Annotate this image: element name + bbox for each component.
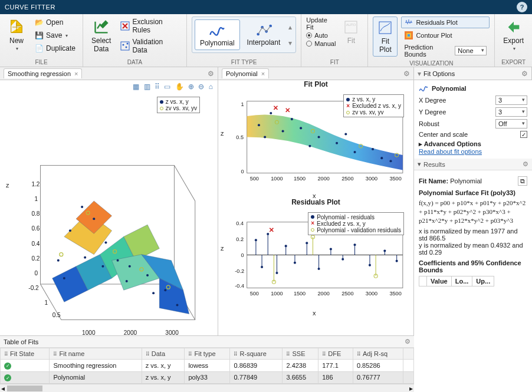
coef-table: ValueLo...Up... — [419, 276, 494, 286]
close-icon[interactable]: × — [74, 70, 78, 77]
robust-select[interactable]: Off — [495, 119, 527, 129]
table-row[interactable]: ✓ Smoothing regression z vs. x, y lowess… — [1, 360, 414, 372]
y-degree-select[interactable]: 3 — [495, 107, 527, 117]
legend-fit[interactable]: z vs. x, y ×Excluded z vs. x, y zv vs. x… — [343, 94, 404, 117]
svg-point-60 — [308, 145, 311, 147]
gear-icon[interactable]: ⚙ — [405, 338, 411, 345]
brush-icon[interactable]: ⠿ — [155, 83, 160, 91]
tab-smoothing[interactable]: Smoothing regression × — [4, 68, 82, 78]
svg-text:0: 0 — [241, 252, 244, 258]
group-label-fittype: FIT TYPE — [192, 58, 296, 67]
svg-point-56 — [372, 148, 374, 150]
save-button[interactable]: 💾 Save ▾ — [32, 29, 78, 41]
validation-icon — [120, 41, 130, 51]
validation-data-button[interactable]: Validation Data — [118, 37, 181, 55]
exclusion-rules-button[interactable]: Exclusion Rules — [118, 17, 181, 35]
contour-plot-button[interactable]: Contour Plot — [401, 29, 490, 41]
svg-text:3500: 3500 — [389, 290, 401, 296]
tab-polynomial[interactable]: Polynomial × — [222, 68, 269, 78]
svg-point-101 — [330, 248, 332, 250]
select-data-button[interactable]: Select Data — [88, 17, 114, 55]
svg-point-105 — [383, 249, 386, 252]
svg-point-21 — [129, 265, 131, 268]
scroll-down-icon[interactable]: ▾ — [288, 39, 292, 47]
svg-text:1.2: 1.2 — [31, 181, 40, 187]
fit-label: Fit — [347, 37, 355, 45]
duplicate-label: Duplicate — [46, 44, 75, 52]
svg-point-59 — [291, 118, 293, 120]
scroll-up-icon[interactable]: ▴ — [288, 23, 292, 31]
residuals-plot[interactable]: 0.40.20-0.2-0.4 500100015002000250030003… — [218, 206, 413, 316]
duplicate-button[interactable]: 📄 Duplicate — [32, 42, 78, 54]
fittype-polynomial[interactable]: Polynomial — [195, 19, 240, 50]
open-button[interactable]: 📂 Open — [32, 17, 78, 28]
fittype-interpolant[interactable]: Interpolant — [242, 19, 285, 50]
svg-point-49 — [258, 124, 260, 126]
zoom-out-icon[interactable]: ⊖ — [198, 83, 204, 91]
svg-text:2500: 2500 — [341, 290, 353, 296]
fit-plot[interactable]: 00.51 500100015002000250030003500 z vs. … — [218, 88, 413, 198]
new-button[interactable]: New ▾ — [5, 17, 28, 54]
group-label-export: EXPORT — [500, 58, 527, 67]
scroll-right-icon[interactable]: ▸ — [409, 384, 413, 393]
svg-text:0.5: 0.5 — [52, 312, 61, 318]
chevron-down-icon[interactable]: ▾ — [418, 70, 421, 78]
residuals-plot-button[interactable]: Residuals Plot — [401, 17, 490, 28]
center-scale-checkbox[interactable] — [520, 131, 527, 138]
help-icon[interactable]: ? — [517, 2, 527, 12]
export-button[interactable]: Export ▾ — [500, 17, 527, 54]
fit-type-name: Polynomial — [432, 85, 467, 92]
x-degree-select[interactable]: 3 — [495, 95, 527, 105]
table-row[interactable]: ✓ Polynomial z vs. x, y poly33 0.77849 3… — [1, 371, 414, 384]
svg-point-20 — [117, 259, 119, 262]
grid-icon[interactable]: ▥ — [144, 83, 150, 91]
legend-3d[interactable]: z vs. x, y zv vs. xv, yv — [157, 97, 200, 113]
auto-radio[interactable]: Auto — [306, 32, 336, 39]
svg-text:0: 0 — [34, 270, 38, 276]
svg-point-28 — [152, 292, 155, 294]
table-of-fits: Table of Fits ⚙ ⠿ Fit State ⠿ Fit name ⠿… — [0, 335, 414, 392]
read-about-link[interactable]: Read about fit options — [419, 148, 527, 155]
pan-icon[interactable]: ✋ — [175, 83, 184, 91]
fit-plot-button[interactable]: Fit Plot — [373, 17, 398, 57]
legend-residuals[interactable]: Polynomial - residuals ×Excluded z vs. x… — [308, 212, 404, 235]
manual-radio[interactable]: Manual — [306, 40, 336, 47]
svg-text:500: 500 — [250, 176, 259, 182]
svg-text:0.2: 0.2 — [31, 255, 40, 262]
panel-3d-plot: ▦ ▥ ⠿ ▭ ✋ ⊕ ⊖ ⌂ — [0, 80, 218, 392]
svg-point-15 — [57, 259, 60, 262]
colorbar-icon[interactable]: ▦ — [133, 83, 139, 91]
fits-table: ⠿ Fit State ⠿ Fit name ⠿ Data ⠿ Fit type… — [0, 348, 414, 384]
svg-text:AUTO: AUTO — [346, 23, 356, 27]
ribbon-group-fittype: Polynomial Interpolant ▴ ▾ FIT TYPE — [187, 14, 301, 67]
results-header[interactable]: ▾ Results ⚙ — [414, 159, 532, 170]
gear-icon[interactable]: ⚙ — [521, 70, 528, 78]
prediction-bounds-select[interactable]: None — [455, 46, 487, 55]
gear-icon[interactable]: ⚙ — [523, 160, 528, 168]
svg-point-53 — [318, 136, 320, 139]
scroll-left-icon[interactable]: ◂ — [1, 384, 5, 393]
svg-point-57 — [389, 160, 392, 162]
horizontal-scrollbar[interactable]: ◂ ▸ — [0, 384, 414, 392]
gear-icon[interactable]: ⚙ — [208, 70, 214, 78]
svg-point-61 — [344, 133, 347, 135]
new-icon — [8, 19, 25, 35]
advanced-options-toggle[interactable]: ▸ Advanced Options — [419, 140, 527, 148]
open-label: Open — [46, 18, 63, 27]
datatip-icon[interactable]: ▭ — [164, 83, 170, 91]
svg-text:0.4: 0.4 — [31, 241, 40, 247]
home-icon[interactable]: ⌂ — [209, 83, 213, 91]
svg-point-100 — [318, 267, 320, 269]
title-bar: CURVE FITTER ? — [0, 0, 532, 14]
svg-point-26 — [101, 265, 104, 268]
gear-icon[interactable]: ⚙ — [403, 70, 410, 78]
svg-text:3000: 3000 — [366, 290, 377, 296]
select-data-label: Select Data — [91, 37, 111, 53]
close-icon[interactable]: × — [261, 70, 265, 77]
svg-text:3500: 3500 — [389, 176, 401, 182]
col-dfe: ⠿ DFE — [318, 348, 353, 360]
interpolant-label: Interpolant — [247, 38, 281, 47]
zoom-in-icon[interactable]: ⊕ — [188, 83, 194, 91]
svg-text:0.2: 0.2 — [236, 236, 244, 242]
copy-icon[interactable]: ⧉ — [518, 176, 527, 186]
